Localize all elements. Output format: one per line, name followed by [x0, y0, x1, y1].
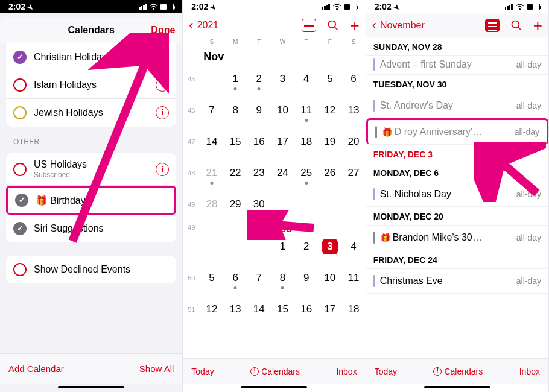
- day-cell[interactable]: 15: [271, 303, 294, 315]
- week-row: 4821222324252627: [183, 157, 365, 189]
- add-event-icon[interactable]: +: [350, 19, 359, 31]
- day-cell[interactable]: 30: [247, 198, 271, 210]
- calendar-grid[interactable]: Nov 451234564678910111213471415161718192…: [183, 48, 365, 358]
- day-cell[interactable]: 12: [318, 104, 341, 116]
- day-cell[interactable]: 9: [247, 104, 271, 116]
- day-cell[interactable]: 20: [341, 136, 365, 148]
- day-cell[interactable]: 10: [271, 104, 294, 116]
- day-cell[interactable]: 8: [224, 104, 247, 116]
- list-toggle-icon[interactable]: [485, 19, 500, 32]
- event-row[interactable]: 🎁Brandon Mike's 30…all-day: [366, 226, 548, 250]
- day-cell[interactable]: 15: [224, 136, 247, 148]
- cellular-icon: [505, 4, 513, 10]
- day-cell[interactable]: 14: [200, 136, 223, 148]
- event-row[interactable]: St. Nicholas Dayall-day: [366, 182, 548, 207]
- day-cell[interactable]: 1: [224, 73, 247, 85]
- inbox-button[interactable]: Inbox: [336, 367, 357, 376]
- today-button[interactable]: Today: [191, 367, 214, 376]
- day-cell[interactable]: 18: [294, 136, 318, 148]
- check-circle-icon[interactable]: [13, 106, 27, 119]
- event-row[interactable]: Advent – first Sundayall-day: [366, 56, 548, 75]
- show-all-link[interactable]: Show All: [139, 364, 174, 374]
- events-list[interactable]: SUNDAY, NOV 28Advent – first Sundayall-d…: [366, 37, 548, 358]
- day-cell[interactable]: 14: [247, 303, 271, 315]
- day-cell[interactable]: 13: [341, 104, 365, 116]
- day-cell[interactable]: 19: [318, 136, 341, 148]
- info-icon[interactable]: i: [156, 163, 169, 176]
- calendar-row[interactable]: 🎁Birthdays: [6, 186, 176, 215]
- info-icon[interactable]: i: [156, 78, 169, 92]
- day-cell[interactable]: 17: [271, 136, 294, 148]
- day-cell[interactable]: 18: [341, 303, 365, 315]
- day-cell[interactable]: 24: [271, 167, 294, 179]
- day-cell[interactable]: 27: [341, 167, 365, 179]
- day-cell[interactable]: 16: [247, 136, 271, 148]
- day-cell[interactable]: 11: [294, 104, 318, 116]
- list-toggle-icon[interactable]: [302, 19, 316, 32]
- day-cell[interactable]: 4: [341, 241, 365, 253]
- calendar-row[interactable]: Show Declined Events: [6, 256, 176, 283]
- day-cell[interactable]: 12: [200, 303, 223, 315]
- back-chevron-icon[interactable]: ‹: [189, 17, 193, 33]
- day-cell[interactable]: 11: [341, 272, 365, 284]
- event-row[interactable]: Christmas Eveall-day: [366, 269, 548, 294]
- info-icon[interactable]: i: [156, 106, 169, 119]
- back-year-button[interactable]: 2021: [197, 20, 299, 31]
- day-cell[interactable]: 10: [318, 272, 341, 284]
- done-button[interactable]: Done: [151, 25, 175, 36]
- add-event-icon[interactable]: +: [533, 19, 542, 31]
- calendar-row[interactable]: Christian Holidaysi: [6, 43, 176, 71]
- check-circle-icon[interactable]: [13, 263, 27, 276]
- day-cell[interactable]: 25: [294, 167, 318, 179]
- day-cell[interactable]: 6: [224, 272, 247, 284]
- day-cell[interactable]: 26: [318, 167, 341, 179]
- check-circle-icon[interactable]: [13, 163, 27, 176]
- day-cell[interactable]: 28: [200, 198, 223, 210]
- search-icon[interactable]: [510, 19, 522, 31]
- day-cell[interactable]: 7: [247, 272, 271, 284]
- svg-point-0: [153, 8, 154, 10]
- event-dot-icon: [258, 87, 261, 90]
- add-calendar-link[interactable]: Add Calendar: [8, 364, 64, 374]
- day-cell[interactable]: 2: [294, 241, 318, 253]
- day-cell[interactable]: 1: [271, 241, 294, 253]
- day-cell[interactable]: 3: [318, 239, 341, 254]
- day-cell[interactable]: 8: [271, 272, 294, 284]
- calendar-row[interactable]: US HolidaysSubscribedi: [6, 153, 176, 186]
- event-row[interactable]: 🎁D roy Anniversary'…all-day: [366, 118, 548, 145]
- back-month-button[interactable]: November: [380, 20, 481, 31]
- day-cell[interactable]: 9: [294, 272, 318, 284]
- day-cell[interactable]: 23: [247, 167, 271, 179]
- day-cell[interactable]: 7: [200, 104, 223, 116]
- day-cell[interactable]: 3: [271, 73, 294, 85]
- day-cell[interactable]: 5: [200, 272, 223, 284]
- calendar-row[interactable]: Islam Holidaysi: [6, 71, 176, 99]
- calendars-button[interactable]: !Calendars: [250, 367, 300, 376]
- calendar-row[interactable]: Jewish Holidaysi: [6, 99, 176, 127]
- day-cell[interactable]: 4: [294, 73, 318, 85]
- day-cell[interactable]: 17: [318, 303, 341, 315]
- day-cell[interactable]: 22: [224, 167, 247, 179]
- day-cell[interactable]: 2: [247, 73, 271, 85]
- event-time: all-day: [516, 60, 541, 69]
- back-chevron-icon[interactable]: ‹: [372, 17, 376, 33]
- search-icon[interactable]: [327, 19, 339, 31]
- today-button[interactable]: Today: [375, 367, 397, 376]
- check-circle-icon[interactable]: [15, 194, 28, 207]
- check-circle-icon[interactable]: [13, 51, 27, 64]
- day-cell[interactable]: 6: [341, 73, 365, 85]
- event-row[interactable]: St. Andrew's Dayall-day: [366, 93, 548, 118]
- calendars-button[interactable]: !Calendars: [433, 367, 483, 376]
- calendar-row[interactable]: Siri Suggestions: [6, 215, 176, 242]
- day-cell[interactable]: 13: [224, 303, 247, 315]
- week-number: 49: [183, 201, 200, 208]
- day-cell[interactable]: 21: [200, 167, 223, 179]
- inbox-button[interactable]: Inbox: [519, 367, 540, 376]
- day-cell[interactable]: 16: [294, 303, 318, 315]
- info-icon[interactable]: i: [156, 51, 169, 64]
- day-cell[interactable]: 5: [318, 73, 341, 85]
- check-circle-icon[interactable]: [13, 78, 27, 92]
- check-circle-icon[interactable]: [13, 222, 27, 235]
- calendars-scroll[interactable]: Christian HolidaysiIslam HolidaysiJewish…: [0, 43, 182, 353]
- day-cell[interactable]: 29: [224, 198, 247, 210]
